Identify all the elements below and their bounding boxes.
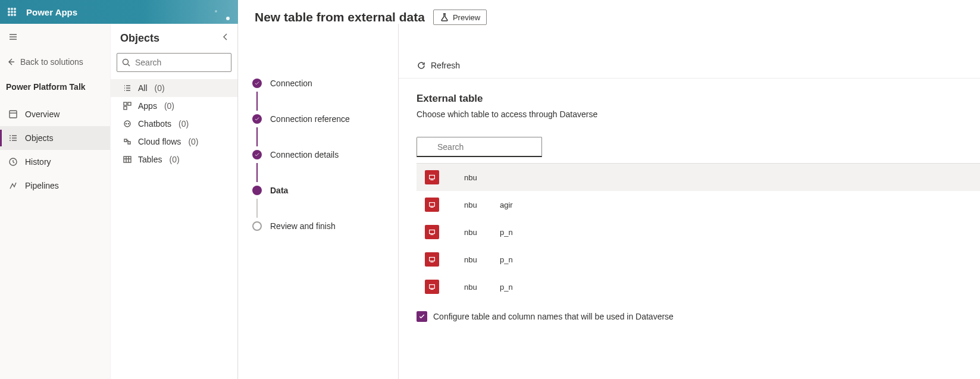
brand-title: Power Apps: [26, 7, 77, 17]
row-c2: p_n: [500, 255, 524, 264]
toolbar: Refresh: [399, 52, 980, 79]
search-icon: [121, 58, 131, 70]
row-c1: nbu: [464, 173, 500, 182]
preview-label: Preview: [453, 13, 480, 22]
table-search-input[interactable]: [417, 137, 542, 157]
nav-objects-label: Objects: [25, 133, 53, 143]
svg-rect-24: [430, 285, 435, 289]
step-label: Review and finish: [270, 221, 336, 231]
left-nav: Back to solutions Power Platform Talk Ov…: [0, 24, 111, 379]
objects-row-chatbots[interactable]: Chatbots (0): [111, 115, 237, 133]
row-label: Tables: [138, 155, 162, 164]
row-c2: p_n: [500, 228, 524, 237]
step-label: Connection reference: [270, 114, 350, 124]
step-review[interactable]: Review and finish: [252, 218, 391, 234]
svg-point-17: [128, 123, 129, 124]
step-label: Connection: [270, 79, 312, 88]
header-shade: [578, 164, 980, 191]
configure-checkbox[interactable]: [417, 311, 427, 322]
svg-rect-21: [430, 203, 435, 206]
step-connection-details[interactable]: Connection details: [252, 146, 391, 163]
step-label: Data: [270, 186, 288, 195]
hamburger-icon[interactable]: [8, 32, 110, 44]
check-icon: [252, 150, 262, 159]
collapse-panel-icon[interactable]: [221, 32, 230, 45]
nav-history-label: History: [25, 157, 51, 167]
svg-rect-13: [128, 102, 131, 105]
objects-icon: [8, 133, 18, 143]
row-c2: p_n: [500, 283, 524, 292]
check-icon: [252, 79, 262, 88]
svg-rect-20: [430, 176, 435, 179]
step-data[interactable]: Data: [252, 182, 391, 199]
nav-history[interactable]: History: [0, 150, 110, 174]
svg-point-4: [11, 11, 13, 13]
sql-icon: [425, 225, 439, 239]
row-count: (0): [188, 137, 198, 146]
svg-rect-9: [10, 111, 17, 118]
row-label: All: [138, 83, 148, 93]
table-row[interactable]: nbu p_n: [417, 218, 980, 246]
svg-point-1: [11, 8, 13, 10]
refresh-label: Refresh: [431, 61, 460, 70]
sql-icon: [425, 198, 439, 212]
row-label: Cloud flows: [138, 137, 181, 146]
svg-point-3: [8, 11, 10, 13]
row-count: (0): [155, 83, 165, 93]
table-row[interactable]: nbu agir: [417, 191, 980, 218]
row-count: (0): [179, 119, 189, 129]
sql-icon: [425, 280, 439, 294]
pending-dot-icon: [252, 221, 262, 231]
wizard-steps: Connection Connection reference Connecti…: [238, 24, 399, 379]
configure-label: Configure table and column names that wi…: [433, 312, 674, 321]
table-row[interactable]: nbu p_n: [417, 273, 980, 300]
svg-point-15: [124, 121, 130, 127]
page-title: New table from external data: [255, 10, 425, 24]
nav-pipelines[interactable]: Pipelines: [0, 174, 110, 198]
refresh-icon: [417, 61, 426, 70]
sql-icon: [425, 170, 439, 184]
back-to-solutions[interactable]: Back to solutions: [6, 57, 110, 67]
app-launcher-icon[interactable]: [0, 0, 24, 24]
chatbot-icon: [123, 119, 132, 129]
row-count: (0): [169, 155, 179, 164]
row-label: Chatbots: [138, 119, 171, 129]
objects-panel: Objects All (0) Apps (0) Chatbots (0): [111, 24, 238, 379]
page-title-row: New table from external data Preview: [255, 10, 487, 25]
svg-point-0: [8, 8, 10, 10]
objects-row-all[interactable]: All (0): [111, 79, 237, 97]
row-count: (0): [164, 101, 174, 111]
check-icon: [252, 114, 262, 124]
step-connection[interactable]: Connection: [252, 75, 391, 92]
history-icon: [8, 157, 18, 167]
flow-icon: [123, 137, 132, 146]
flask-icon: [440, 12, 449, 22]
table-icon: [123, 155, 132, 164]
objects-row-tables[interactable]: Tables (0): [111, 151, 237, 168]
apps-icon: [123, 101, 132, 111]
refresh-button[interactable]: Refresh: [417, 61, 460, 70]
objects-row-apps[interactable]: Apps (0): [111, 97, 237, 115]
svg-rect-14: [124, 107, 127, 109]
decor-dot: [226, 17, 230, 20]
svg-point-6: [8, 14, 10, 16]
external-table-sub: Choose which table to access through Dat…: [417, 109, 980, 119]
table-row[interactable]: nbu p_n: [417, 246, 980, 273]
row-c1: nbu: [464, 283, 500, 292]
table-list: nbu nbu agir nbu p_n nbu p_n: [417, 163, 980, 300]
nav-overview[interactable]: Overview: [0, 102, 110, 126]
svg-rect-22: [430, 230, 435, 234]
svg-point-16: [126, 123, 126, 124]
preview-button[interactable]: Preview: [433, 10, 487, 25]
svg-point-11: [123, 59, 129, 65]
list-icon: [123, 83, 132, 93]
objects-row-flows[interactable]: Cloud flows (0): [111, 133, 237, 151]
row-label: Apps: [138, 101, 157, 111]
svg-point-2: [14, 8, 16, 10]
objects-search-input[interactable]: [117, 53, 231, 72]
step-connection-reference[interactable]: Connection reference: [252, 111, 391, 127]
step-label: Connection details: [270, 150, 339, 159]
overview-icon: [8, 109, 18, 119]
nav-objects[interactable]: Objects: [0, 126, 110, 150]
svg-point-5: [14, 11, 16, 13]
